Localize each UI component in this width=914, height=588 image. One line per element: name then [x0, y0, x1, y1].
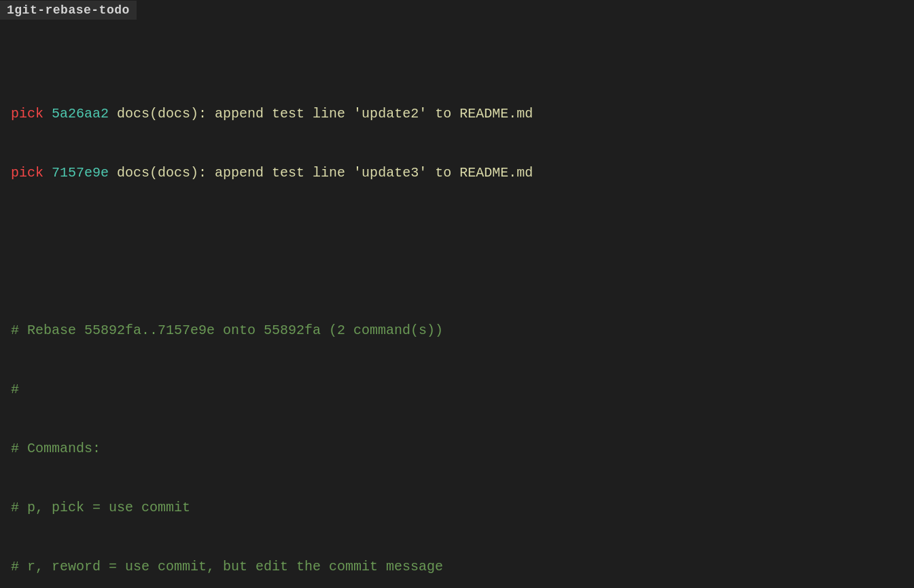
title-label: 1git-rebase-todo [0, 1, 137, 20]
line-comment-reword: # r, reword = use commit, but edit the c… [11, 557, 903, 576]
editor-area[interactable]: pick 5a26aa2 docs(docs): append test lin… [0, 20, 914, 588]
line-comment-rebase: # Rebase 55892fa..7157e9e onto 55892fa (… [11, 320, 903, 340]
title-bar: 1git-rebase-todo [0, 0, 914, 20]
line-comment-pick: # p, pick = use commit [11, 498, 903, 517]
line-empty-1 [11, 222, 903, 242]
line-pick-1: pick 5a26aa2 docs(docs): append test lin… [11, 104, 903, 124]
line-comment-commands: # Commands: [11, 439, 903, 458]
line-comment-empty-1: # [11, 380, 903, 399]
line-pick-2: pick 7157e9e docs(docs): append test lin… [11, 163, 903, 183]
